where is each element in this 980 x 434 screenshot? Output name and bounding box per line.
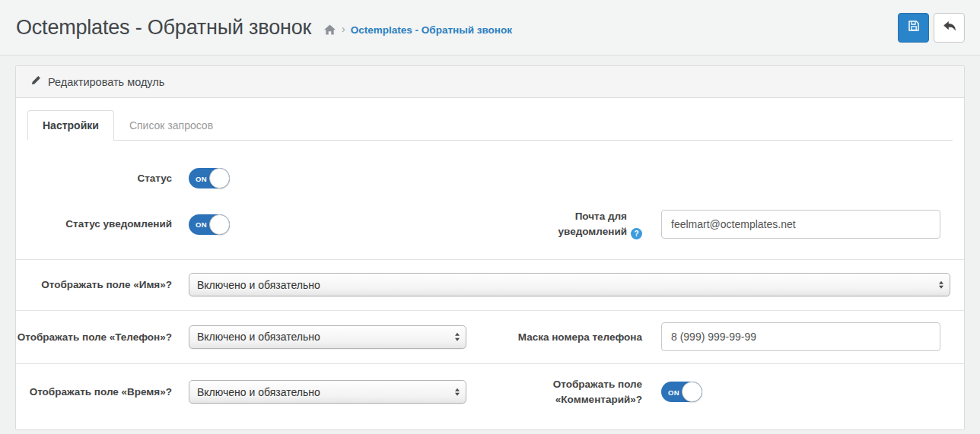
row-notify: Статус уведомлений ON Почта для уведомле… (16, 209, 964, 239)
status-label: Статус (16, 171, 172, 186)
floppy-disk-icon (908, 20, 920, 35)
toggle-knob (209, 214, 230, 235)
show-comment-toggle[interactable]: ON (661, 382, 702, 402)
show-phone-label: Отображать поле «Телефон»? (16, 330, 172, 345)
section-status: Статус ON Статус уведомлений ON Почта дл… (16, 141, 964, 260)
toggle-on-text: ON (196, 220, 207, 229)
show-phone-select[interactable]: Включено и обязательно (189, 325, 466, 349)
select-arrows-icon (939, 281, 943, 290)
show-time-label: Отображать поле «Время»? (16, 385, 172, 400)
toggle-knob (682, 382, 702, 402)
page-header: Octemplates - Обратный звонок › Octempla… (0, 0, 980, 55)
toggle-on-text: ON (196, 174, 207, 182)
notify-status-toggle[interactable]: ON (189, 214, 230, 235)
status-toggle[interactable]: ON (189, 168, 230, 188)
panel-heading: Редактировать модуль (16, 66, 964, 98)
notify-toggle-cell: ON (189, 214, 466, 235)
edit-module-panel: Редактировать модуль Настройки Список за… (15, 65, 965, 430)
notify-email-cell (661, 210, 940, 239)
pencil-icon (30, 75, 41, 89)
breadcrumb-link-current[interactable]: Octemplates - Обратный звонок (351, 24, 512, 36)
select-arrows-icon (455, 388, 460, 397)
tab-bar: Настройки Список запросов (27, 110, 953, 141)
breadcrumb-separator: › (342, 23, 345, 35)
show-time-select[interactable]: Включено и обязательно (189, 380, 466, 404)
show-comment-cell: ON (661, 382, 940, 402)
phone-mask-cell (661, 322, 940, 351)
home-icon[interactable] (323, 24, 336, 36)
section-show-phone: Отображать поле «Телефон»? Включено и об… (16, 311, 964, 364)
notify-email-input[interactable] (661, 210, 940, 239)
show-name-select[interactable]: Включено и обязательно (189, 273, 950, 296)
phone-mask-label: Маска номера телефона (466, 330, 642, 345)
page-title: Octemplates - Обратный звонок (16, 16, 311, 40)
breadcrumb: › Octemplates - Обратный звонок (323, 23, 512, 36)
toggle-knob (209, 168, 230, 188)
help-icon[interactable]: ? (631, 228, 642, 239)
row-status: Статус ON (16, 168, 964, 188)
save-button[interactable] (898, 13, 929, 43)
notify-email-label: Почта для уведомлений? (466, 209, 642, 239)
panel-heading-title: Редактировать модуль (48, 76, 164, 88)
notify-status-label: Статус уведомлений (16, 217, 172, 232)
section-show-name: Отображать поле «Имя»? Включено и обязат… (16, 260, 964, 311)
phone-mask-input[interactable] (661, 322, 940, 351)
header-actions (898, 13, 965, 43)
tab-settings[interactable]: Настройки (27, 110, 114, 141)
select-arrows-icon (455, 333, 460, 341)
show-name-label: Отображать поле «Имя»? (16, 277, 172, 293)
panel-body: Настройки Список запросов Статус ON Стат… (16, 98, 964, 429)
section-show-time: Отображать поле «Время»? Включено и обяз… (16, 364, 964, 428)
tab-request-list[interactable]: Список запросов (114, 110, 228, 141)
toggle-on-text: ON (668, 388, 679, 396)
back-button[interactable] (934, 13, 965, 43)
back-arrow-icon (943, 21, 956, 35)
show-comment-label: Отображать поле «Комментарий»? (466, 377, 642, 407)
